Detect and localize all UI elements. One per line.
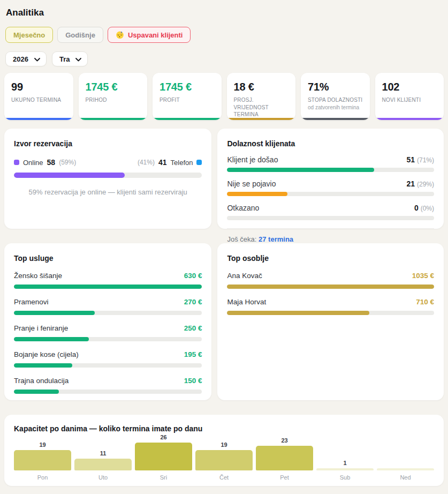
pending-count-link[interactable]: 27 termina [259,235,293,243]
service-row-bar [14,390,202,394]
service-row-bar-fill [14,337,89,341]
top-services-card: Top usluge Žensko šišanje630 €Pramenovi2… [4,243,211,400]
staff-row-label: Ana Kovač [227,272,262,280]
tab-label: Godišnje [65,31,95,39]
page-title: Analitika [6,8,444,18]
service-row: Pranje i feniranje250 € [14,324,202,341]
service-row: Žensko šišanje630 € [14,272,202,289]
chart-column: 1Sub [316,434,374,481]
kpi-label: PROFIT [160,96,215,104]
service-row-label: Pranje i feniranje [14,324,68,332]
attendance-card: Dolaznost klijenata Klijent je došao51 (… [217,129,444,229]
kpi-label: STOPA DOLAZNOSTI [308,96,363,104]
service-row: Pramenovi270 € [14,298,202,315]
attendance-bar [227,216,434,220]
service-row-bar [14,363,202,368]
attendance-row-header: Otkazano0 (0%) [227,204,434,212]
capacity-chart-card: Kapacitet po danima — koliko termina ima… [4,415,444,486]
service-row-value: 150 € [184,377,202,385]
tab-mjesecno[interactable]: Mjesečno [5,27,53,43]
booking-source-caption: 59% rezervacija je online — klijenti sam… [14,188,202,196]
day-label: Uto [98,474,108,481]
day-label: Čet [219,474,229,481]
bar-value-label: 19 [39,441,45,448]
kpi-accent-bar [153,118,222,120]
phone-label: Telefon [171,159,193,167]
capacity-bar [316,468,374,470]
kpi-card: 99UKUPNO TERMINA [4,73,73,120]
kpi-card: 1745 €PROFIT [153,73,222,120]
attendance-row: Klijent je došao51 (71%) [227,155,434,172]
kpi-accent-bar [4,118,73,120]
kpi-accent-bar [301,118,370,120]
kpi-label: PROSJ. VRIJEDNOST TERMINA [234,96,289,118]
service-row-label: Pramenovi [14,298,49,306]
bar-value-label: 19 [221,441,227,448]
month-select-value: Tra [59,55,70,63]
bar-value-label: 26 [160,434,166,441]
day-label: Pon [37,474,48,481]
service-row-header: Trajna ondulacija150 € [14,377,202,385]
attendance-pct: (0%) [421,205,434,212]
chart-title: Kapacitet po danima — koliko termina ima… [14,424,434,433]
day-label: Sri [160,474,167,481]
attendance-status-label: Nije se pojavio [227,179,276,188]
service-row-header: Pramenovi270 € [14,298,202,306]
attendance-bar-fill [227,168,374,172]
booking-source-bar [14,173,202,178]
service-row-value: 250 € [184,324,202,332]
card-title: Dolaznost klijenata [227,139,434,148]
attendance-row: Otkazano0 (0%) [227,204,434,220]
staff-row: Ana Kovač1035 € [227,272,434,289]
kpi-value: 18 € [234,81,289,93]
staff-row-header: Maja Horvat710 € [227,298,434,306]
service-row-bar [14,337,202,341]
capacity-bar [195,450,253,470]
month-select[interactable]: Tra [52,51,88,66]
attendance-bar-fill [227,192,287,196]
pending-appointments: Još čeka: 27 termina [227,235,434,243]
bar-value-label: 11 [100,450,107,457]
kpi-sublabel: od zatvorenih termina [308,104,363,110]
kpi-value: 71% [308,81,363,93]
staff-row: Maja Horvat710 € [227,298,434,315]
staff-row-bar-fill [227,311,369,315]
day-label: Sub [340,474,351,481]
card-title: Top osoblje [227,254,434,263]
attendance-status-label: Otkazano [227,204,259,212]
tab-label: Mjesečno [13,31,45,39]
kpi-card: 71%STOPA DOLAZNOSTIod zatvorenih termina [301,73,370,120]
attendance-row-header: Klijent je došao51 (71%) [227,155,434,164]
service-row-bar-fill [14,390,59,394]
chart-column: 11Uto [74,434,132,481]
service-row: Bojanje kose (cijela)195 € [14,350,202,368]
service-row-bar [14,311,202,315]
service-row-label: Bojanje kose (cijela) [14,350,79,358]
tab-uspavani-klijenti[interactable]: zUspavani klijenti [108,27,191,43]
kpi-value: 99 [11,81,66,93]
attendance-count: 21 [407,179,417,188]
capacity-bar [74,459,132,470]
service-row: Trajna ondulacija150 € [14,377,202,394]
tab-godisnje[interactable]: Godišnje [57,27,103,43]
service-row-value: 630 € [184,272,202,280]
service-row-bar-fill [14,363,72,368]
bar-value-label: 1 [343,460,346,467]
tab-bar: MjesečnoGodišnjezUspavani klijenti [5,27,444,43]
divider [227,228,434,229]
attendance-row: Nije se pojavio21 (29%) [227,179,434,196]
attendance-value: 21 (29%) [407,179,434,188]
phone-dot-icon [196,160,202,165]
staff-row-value: 1035 € [412,272,434,280]
pending-label: Još čeka: [227,235,256,243]
day-label: Pet [280,474,289,481]
year-select[interactable]: 2026 [5,51,47,66]
kpi-label: PRIHOD [86,96,141,104]
staff-row-bar [227,285,434,289]
service-row-header: Bojanje kose (cijela)195 € [14,350,202,358]
chart-column: 23Pet [256,434,313,481]
capacity-bar-chart: 19Pon11Uto26Sri19Čet23Pet1SubNed [14,434,434,481]
service-row-bar-fill [14,285,202,289]
service-row-header: Žensko šišanje630 € [14,272,202,280]
kpi-card: 18 €PROSJ. VRIJEDNOST TERMINA [227,73,296,120]
